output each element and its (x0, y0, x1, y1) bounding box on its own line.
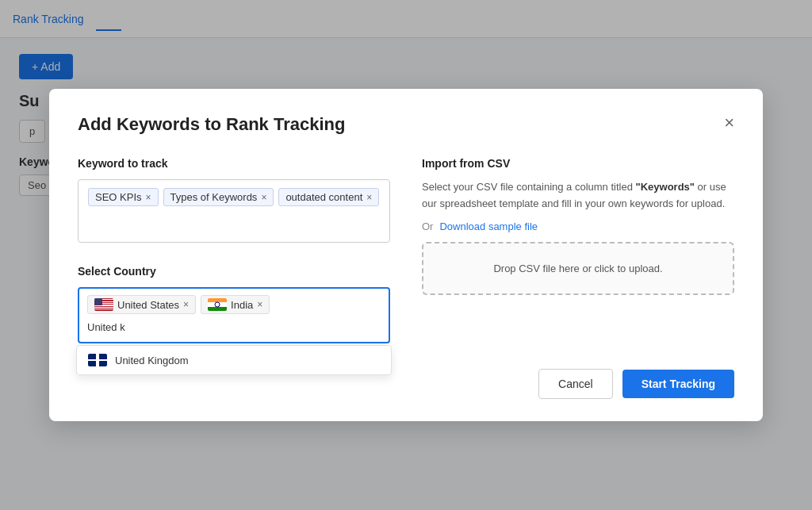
us-flag-icon (94, 298, 113, 311)
country-remove-us[interactable]: × (183, 299, 189, 310)
keyword-tag-text: Types of Keywords (170, 191, 258, 203)
keyword-section-label: Keyword to track (78, 157, 390, 170)
or-row: Or Download sample file (422, 220, 734, 232)
keyword-tag-seo-kpis: SEO KPIs × (88, 188, 159, 206)
modal-dialog: Add Keywords to Rank Tracking × Keyword … (49, 89, 763, 421)
india-flag-icon (208, 298, 227, 311)
start-tracking-button[interactable]: Start Tracking (622, 370, 734, 398)
modal-left-column: Keyword to track SEO KPIs × Types of Key… (78, 157, 390, 343)
uk-flag-icon (88, 354, 107, 366)
country-section-label: Select Country (78, 265, 390, 278)
dropdown-item-uk[interactable]: United Kingdom (77, 346, 391, 374)
modal-right-column: Import from CSV Select your CSV file con… (422, 157, 734, 343)
country-section: Select Country United States × India (78, 265, 390, 343)
modal-overlay: Add Keywords to Rank Tracking × Keyword … (0, 0, 812, 510)
modal-title: Add Keywords to Rank Tracking (78, 114, 345, 135)
import-description: Select your CSV file containing a column… (422, 179, 734, 213)
country-tag-india: India × (201, 295, 270, 314)
country-remove-india[interactable]: × (257, 299, 262, 310)
dropdown-item-label: United Kingdom (115, 355, 189, 366)
keyword-tag-text: SEO KPIs (95, 191, 142, 203)
keyword-tag-outdated: outdated content × (278, 188, 379, 206)
or-label: Or (422, 220, 433, 232)
import-section-label: Import from CSV (422, 157, 734, 170)
import-desc-keyword: "Keywords" (636, 181, 695, 193)
keyword-tag-remove-seo-kpis[interactable]: × (146, 193, 151, 202)
cancel-button[interactable]: Cancel (538, 369, 613, 399)
csv-drop-zone[interactable]: Drop CSV file here or click to upload. (422, 242, 734, 295)
country-tag-us: United States × (87, 295, 196, 314)
keyword-tag-text: outdated content (285, 191, 362, 203)
modal-header: Add Keywords to Rank Tracking × (78, 114, 734, 135)
keyword-input-box[interactable]: SEO KPIs × Types of Keywords × outdated … (78, 179, 390, 243)
country-search-input[interactable] (87, 319, 220, 336)
keyword-tag-types: Types of Keywords × (163, 188, 274, 206)
keyword-tag-remove-outdated[interactable]: × (366, 193, 372, 202)
import-desc-part1: Select your CSV file containing a column… (422, 181, 636, 193)
download-sample-link[interactable]: Download sample file (439, 220, 538, 232)
country-input-box[interactable]: United States × India × (78, 287, 390, 343)
country-name-us: United States (117, 299, 179, 311)
modal-body: Keyword to track SEO KPIs × Types of Key… (78, 157, 734, 343)
country-dropdown: United Kingdom (76, 345, 392, 375)
close-button[interactable]: × (724, 114, 734, 132)
keyword-tag-remove-types[interactable]: × (261, 193, 266, 202)
country-name-india: India (231, 299, 253, 311)
